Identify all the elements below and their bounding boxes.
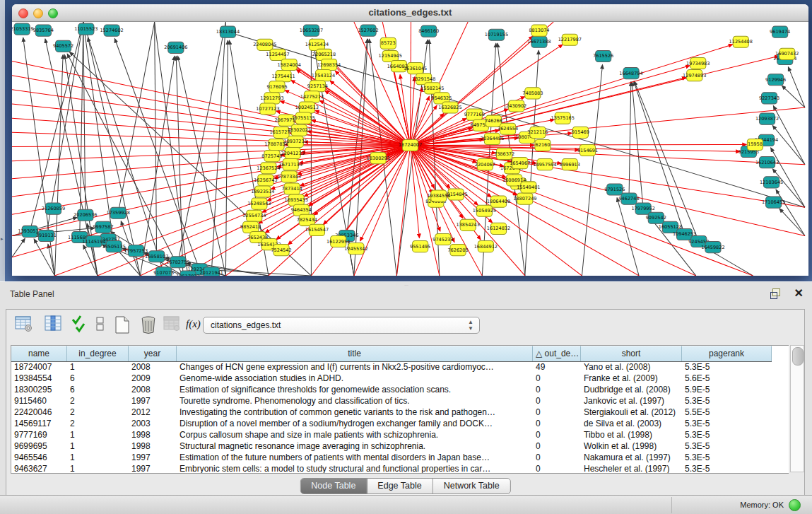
table-cell[interactable]: Estimation of the future numbers of pati…: [177, 452, 533, 463]
table-cell[interactable]: 0: [533, 395, 581, 407]
citation-edge-black[interactable]: [629, 82, 631, 199]
table-cell[interactable]: 2003: [129, 418, 177, 429]
graph-node[interactable]: 3919131: [36, 230, 57, 241]
citation-edge-black[interactable]: [788, 67, 805, 107]
graph-node[interactable]: 8996913: [560, 159, 580, 170]
graph-node[interactable]: 20364486: [481, 133, 504, 144]
citation-edge-black[interactable]: [632, 82, 643, 209]
table-cell[interactable]: Stergiakouli et al. (2012): [581, 407, 682, 418]
graph-node[interactable]: 12093872: [755, 113, 779, 124]
table-cell[interactable]: Yano et al. (2008): [581, 361, 682, 373]
table-cell[interactable]: 5.3E-5: [682, 440, 772, 452]
citation-edge-red[interactable]: [12, 118, 411, 145]
table-row[interactable]: 2242004622012Investigating the contribut…: [11, 407, 789, 418]
table-cell[interactable]: 6: [67, 384, 129, 395]
column-header-short[interactable]: short: [581, 346, 682, 361]
table-cell[interactable]: 0: [533, 373, 581, 384]
citation-edge-black[interactable]: [776, 189, 805, 235]
graph-node[interactable]: 12455342: [344, 243, 367, 255]
table-cell[interactable]: Structural magnetic resonance image aver…: [177, 440, 533, 452]
graph-node[interactable]: 9551495: [410, 241, 430, 252]
graph-node[interactable]: 9462748: [618, 193, 639, 204]
graph-node[interactable]: 1654967: [510, 158, 530, 169]
graph-node[interactable]: 7873414: [282, 183, 302, 194]
table-cell[interactable]: 18300295: [11, 384, 67, 395]
tab-edge-table[interactable]: Edge Table: [367, 479, 433, 493]
graph-node[interactable]: 12754411: [271, 71, 295, 82]
table-cell[interactable]: 5.5E-5: [682, 407, 772, 418]
table-cell[interactable]: Dudbridge et al. (2008): [581, 384, 682, 395]
graph-node[interactable]: 62160: [535, 139, 551, 151]
table-row[interactable]: 969969511998Structural magnetic resonanc…: [11, 440, 789, 452]
table-cell[interactable]: Wolkin et al. (1998): [581, 440, 682, 452]
citation-edge-black[interactable]: [635, 81, 699, 242]
graph-node[interactable]: 16958107: [145, 251, 168, 262]
table-cell[interactable]: 9777169: [11, 429, 67, 440]
network-view-window[interactable]: citations_edges.txt 21053319983576494055…: [12, 4, 808, 276]
table-cell[interactable]: 1: [67, 440, 129, 452]
graph-node[interactable]: 26717133: [278, 159, 302, 170]
table-cell[interactable]: 2: [67, 407, 129, 418]
tab-node-table[interactable]: Node Table: [300, 479, 367, 493]
graph-node[interactable]: 18923514: [251, 186, 274, 197]
graph-node[interactable]: 7626205: [447, 245, 468, 256]
table-row[interactable]: 911546021997Tourette syndrome. Phenomeno…: [11, 395, 789, 407]
table-cell[interactable]: 0: [533, 452, 581, 463]
table-row[interactable]: 946362711997Embryonic stem cells: a mode…: [11, 463, 789, 473]
tab-network-table[interactable]: Network Table: [433, 479, 510, 493]
graph-node[interactable]: 21053319: [12, 23, 34, 35]
table-cell[interactable]: Changes of HCN gene expression and I(f) …: [177, 361, 533, 373]
table-cell[interactable]: 0: [533, 418, 581, 429]
table-cell[interactable]: Investigating the contribution of common…: [177, 407, 533, 418]
column-header-name[interactable]: name: [11, 346, 67, 361]
graph-node[interactable]: 16210643: [755, 157, 779, 168]
graph-node[interactable]: 16124832: [487, 223, 510, 234]
table-cell[interactable]: 0: [533, 407, 581, 418]
graph-node[interactable]: 3624554: [498, 123, 518, 134]
table-mode-icon[interactable]: [15, 315, 33, 332]
show-columns-icon[interactable]: [45, 315, 63, 332]
table-cell[interactable]: de Silva et al. (2003): [581, 418, 682, 429]
table-cell[interactable]: 5.3E-5: [682, 418, 772, 429]
graph-node[interactable]: 915469: [572, 127, 589, 138]
citation-edge-red[interactable]: [411, 22, 411, 145]
graph-node[interactable]: 7524542: [271, 245, 291, 256]
graph-node[interactable]: 12974893: [683, 70, 706, 81]
table-cell[interactable]: 1: [67, 452, 129, 463]
table-row[interactable]: 1456911722003Disruption of a novel membe…: [11, 418, 789, 429]
table-row[interactable]: 1938455462009Genome-wide association stu…: [11, 373, 789, 384]
table-cell[interactable]: 1: [67, 429, 129, 440]
graph-node[interactable]: 10727123: [256, 103, 279, 115]
select-all-rows-icon[interactable]: [71, 315, 87, 334]
graph-node[interactable]: 7485083: [522, 88, 543, 99]
table-cell[interactable]: 9699695: [11, 440, 67, 452]
table-cell[interactable]: 14569117: [11, 418, 67, 429]
graph-node[interactable]: 15248543: [247, 198, 271, 209]
delete-table-icon[interactable]: [139, 315, 158, 335]
graph-node[interactable]: 9154691: [577, 144, 598, 156]
graph-node[interactable]: 12912793: [260, 93, 283, 104]
table-row[interactable]: 977716911998Corpus callosum shape and si…: [11, 429, 789, 440]
table-cell[interactable]: 2: [67, 418, 129, 429]
table-cell[interactable]: 1997: [129, 463, 177, 473]
table-cell[interactable]: 2008: [129, 361, 177, 373]
citation-edge-red[interactable]: [319, 100, 410, 145]
graph-node[interactable]: 85723: [380, 37, 396, 49]
clear-row-selection-icon[interactable]: [95, 315, 105, 334]
graph-node[interactable]: 12103645: [760, 177, 783, 188]
citation-edge-red[interactable]: [411, 145, 483, 275]
table-cell[interactable]: 1: [67, 361, 129, 373]
citation-edge-red[interactable]: [411, 56, 779, 145]
graph-node[interactable]: 9619474: [770, 26, 790, 37]
table-cell[interactable]: 22420046: [11, 407, 67, 418]
memory-status-indicator[interactable]: [789, 499, 801, 511]
graph-node[interactable]: 22041233: [281, 147, 305, 158]
graph-node[interactable]: 19734983: [686, 57, 710, 69]
citation-edge-black[interactable]: [225, 40, 228, 276]
table-cell[interactable]: 0: [533, 429, 581, 440]
column-header-year[interactable]: year: [129, 346, 177, 361]
scrollbar-thumb[interactable]: [792, 347, 804, 366]
table-cell[interactable]: Corpus callosum shape and size in male p…: [177, 429, 533, 440]
table-cell[interactable]: Estimation of significance thresholds fo…: [177, 384, 533, 395]
graph-node[interactable]: 15958: [747, 139, 763, 150]
